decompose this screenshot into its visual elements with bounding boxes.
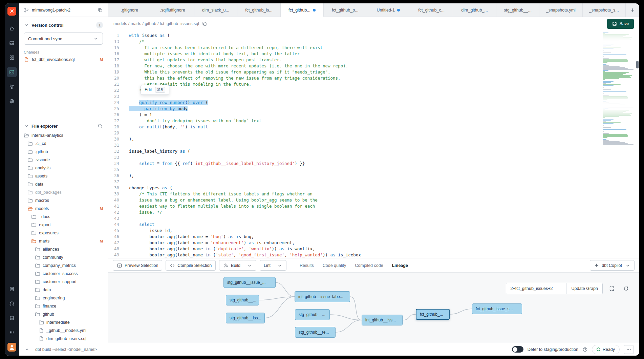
editor-tab[interactable]: stg_github__... bbox=[496, 3, 539, 17]
code-line[interactable] bbox=[129, 215, 602, 221]
editor-tab[interactable]: dim_github_... bbox=[453, 3, 496, 17]
code-line[interactable]: issue. */ bbox=[129, 209, 602, 215]
view-tab-lineage[interactable]: Lineage bbox=[388, 263, 412, 268]
code-line[interactable]: issue_label_history as ( bbox=[129, 148, 602, 154]
view-tab-results[interactable]: Results bbox=[296, 263, 318, 268]
editor-tab[interactable]: _snapshots.yml bbox=[539, 3, 582, 17]
build-button[interactable]: Build bbox=[219, 260, 256, 271]
code-line[interactable] bbox=[129, 167, 602, 173]
cli-command[interactable]: dbt build --select <model_name> bbox=[35, 347, 97, 352]
changed-file-row[interactable]: fct_dbt_invocations.sql M bbox=[24, 57, 103, 62]
code-line[interactable] bbox=[129, 130, 602, 136]
expand-panel-button[interactable] bbox=[24, 347, 30, 352]
code-line[interactable]: boolor_agg(label_name in ('duplicate', '… bbox=[129, 246, 602, 252]
compile-selection-button[interactable]: Compile Selection bbox=[166, 260, 216, 271]
code-line[interactable]: While this prevents the old issue from a… bbox=[129, 69, 602, 75]
dbt-logo[interactable] bbox=[7, 6, 17, 16]
update-graph-button[interactable]: Update Graph bbox=[566, 283, 602, 294]
fork-icon[interactable] bbox=[7, 82, 17, 92]
code-line[interactable]: boolor_agg(label_name = 'enhancement') a… bbox=[129, 240, 602, 246]
code-editor[interactable]: 1131516171819202122232425262728293031323… bbox=[108, 30, 639, 258]
version-control-header[interactable]: Version control 1 bbox=[24, 22, 103, 28]
code-line[interactable]: change_types as ( bbox=[129, 185, 602, 191]
lineage-node[interactable]: stg_github__re... bbox=[295, 327, 336, 338]
clipboard-icon[interactable] bbox=[7, 284, 17, 294]
new-tab-button[interactable] bbox=[626, 3, 639, 17]
dbt-copilot-button[interactable]: dbt Copilot bbox=[590, 260, 635, 271]
code-line[interactable]: or nullif(body, '') is null bbox=[129, 124, 602, 130]
code-line[interactable]: select bbox=[129, 221, 602, 228]
editor-tab[interactable]: fct_github_p... bbox=[324, 3, 367, 17]
code-line[interactable]: Let's revisit this modeling in the futur… bbox=[129, 81, 602, 87]
lineage-node[interactable]: stg_github__iss... bbox=[226, 313, 265, 323]
scrollbar-thumb[interactable] bbox=[636, 61, 639, 68]
code-line[interactable]: ), bbox=[129, 136, 602, 142]
more-options-button[interactable] bbox=[624, 345, 634, 354]
code-line[interactable]: /* This CTE flattens the different issue… bbox=[129, 191, 602, 197]
file-tree-item[interactable]: .github bbox=[19, 148, 108, 156]
code-line[interactable]: boolor_agg(label_name in ('stale', 'good… bbox=[129, 252, 602, 258]
book-icon[interactable] bbox=[7, 313, 17, 323]
commit-and-sync-select[interactable]: Commit and sync bbox=[24, 33, 103, 45]
editor-tab[interactable]: .sqlfluffignore bbox=[151, 3, 194, 17]
lineage-search-input[interactable] bbox=[506, 283, 566, 294]
grid-icon[interactable] bbox=[7, 52, 17, 63]
lineage-node[interactable]: stg_github__... bbox=[226, 295, 259, 305]
file-tree-item[interactable]: modelsM bbox=[19, 205, 108, 213]
apps-icon[interactable] bbox=[7, 328, 17, 338]
file-tree-item[interactable]: company_metrics bbox=[19, 261, 108, 270]
code-line[interactable]: For now, choose the one with more recent… bbox=[129, 63, 602, 69]
code-line[interactable]: If an issue has been transferred to a di… bbox=[129, 45, 602, 51]
editor-tab[interactable]: _snapshots_s... bbox=[583, 3, 626, 17]
code-line[interactable]: select * from {{ ref('int_github__issue_… bbox=[129, 161, 602, 167]
file-tree-item[interactable]: customer_success bbox=[19, 270, 108, 278]
minimap[interactable] bbox=[602, 30, 636, 258]
lineage-node[interactable]: stg_github__issue_... bbox=[223, 277, 276, 288]
copy-path-icon[interactable] bbox=[202, 21, 207, 26]
file-tree-item[interactable]: analysis bbox=[19, 164, 108, 172]
file-tree-item[interactable]: data bbox=[19, 180, 108, 188]
inbox-icon[interactable] bbox=[7, 38, 17, 48]
chevron-down-icon[interactable] bbox=[244, 260, 252, 270]
code-lines[interactable]: with issues as ( /* If an issue has been… bbox=[124, 30, 602, 258]
lineage-node[interactable]: int_github__issue_labe... bbox=[295, 291, 350, 302]
code-line[interactable]: issue_id, bbox=[129, 228, 602, 234]
avatar-icon[interactable] bbox=[7, 342, 17, 352]
search-icon[interactable] bbox=[98, 123, 103, 129]
file-tree-item[interactable]: .ci_cd bbox=[19, 140, 108, 148]
editor-tab[interactable]: Untitled-1 bbox=[367, 3, 410, 17]
refresh-graph-button[interactable] bbox=[621, 283, 631, 294]
code-line[interactable]: boolor_agg(label_name = 'bug') as is_bug… bbox=[129, 234, 602, 240]
code-line[interactable]: -- don't try deduping issues with no `bo… bbox=[129, 118, 602, 124]
code-line[interactable]: ) = 1 bbox=[129, 112, 602, 118]
code-line[interactable]: partition by body bbox=[129, 106, 602, 112]
fullscreen-button[interactable] bbox=[607, 283, 617, 294]
ide-icon[interactable] bbox=[7, 67, 17, 77]
copy-branch-icon[interactable] bbox=[98, 7, 103, 13]
code-line[interactable] bbox=[129, 142, 602, 148]
help-icon[interactable] bbox=[582, 347, 588, 352]
editor-tab[interactable]: fct_github... bbox=[281, 3, 324, 17]
code-line[interactable]: will get updates for events that happen … bbox=[129, 57, 602, 63]
lineage-node[interactable]: fct_github_issue_s... bbox=[472, 303, 522, 314]
edit-tooltip-label[interactable]: Edit bbox=[145, 87, 152, 92]
file-tree-item[interactable]: community bbox=[19, 253, 108, 261]
code-line[interactable] bbox=[129, 93, 602, 100]
file-tree-item[interactable]: dbt_packages bbox=[19, 188, 108, 196]
chevron-down-icon[interactable] bbox=[274, 260, 282, 270]
globe-icon[interactable] bbox=[7, 96, 17, 106]
file-tree-item[interactable]: engineering bbox=[19, 294, 108, 302]
editor-tab[interactable]: fct_github_c... bbox=[410, 3, 453, 17]
file-tree-item[interactable]: macros bbox=[19, 196, 108, 205]
file-tree-item[interactable]: github bbox=[19, 310, 108, 318]
file-tree-item[interactable]: alliances bbox=[19, 245, 108, 253]
file-tree-item[interactable]: data bbox=[19, 286, 108, 294]
file-tree-item[interactable]: _docs bbox=[19, 213, 108, 221]
file-tree-item[interactable]: .vscode bbox=[19, 156, 108, 164]
code-line[interactable]: */ bbox=[129, 87, 602, 93]
lineage-node[interactable]: int_github__iss... bbox=[362, 315, 403, 325]
file-tree-item[interactable]: assets bbox=[19, 172, 108, 180]
edit-tooltip[interactable]: Edit ⌘B bbox=[141, 85, 169, 95]
lineage-node[interactable]: stg_github__... bbox=[295, 309, 330, 320]
lint-button[interactable]: Lint bbox=[260, 260, 286, 271]
